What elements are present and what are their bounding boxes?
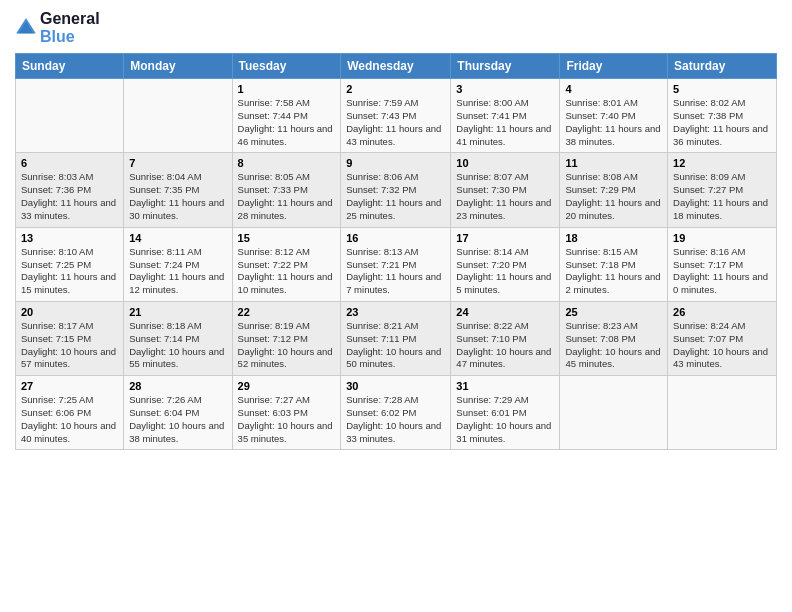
day-info: Sunrise: 7:27 AM Sunset: 6:03 PM Dayligh…: [238, 394, 336, 445]
day-number: 6: [21, 157, 118, 169]
calendar-table: SundayMondayTuesdayWednesdayThursdayFrid…: [15, 53, 777, 450]
day-info: Sunrise: 8:00 AM Sunset: 7:41 PM Dayligh…: [456, 97, 554, 148]
day-info: Sunrise: 8:05 AM Sunset: 7:33 PM Dayligh…: [238, 171, 336, 222]
day-number: 20: [21, 306, 118, 318]
calendar-week-3: 20Sunrise: 8:17 AM Sunset: 7:15 PM Dayli…: [16, 301, 777, 375]
calendar-cell: 7Sunrise: 8:04 AM Sunset: 7:35 PM Daylig…: [124, 153, 232, 227]
header: General Blue: [15, 10, 777, 45]
day-number: 11: [565, 157, 662, 169]
calendar-cell: 12Sunrise: 8:09 AM Sunset: 7:27 PM Dayli…: [668, 153, 777, 227]
calendar-cell: 1Sunrise: 7:58 AM Sunset: 7:44 PM Daylig…: [232, 79, 341, 153]
day-number: 29: [238, 380, 336, 392]
day-number: 22: [238, 306, 336, 318]
calendar-week-0: 1Sunrise: 7:58 AM Sunset: 7:44 PM Daylig…: [16, 79, 777, 153]
day-number: 23: [346, 306, 445, 318]
day-header-tuesday: Tuesday: [232, 54, 341, 79]
day-info: Sunrise: 7:59 AM Sunset: 7:43 PM Dayligh…: [346, 97, 445, 148]
day-info: Sunrise: 8:12 AM Sunset: 7:22 PM Dayligh…: [238, 246, 336, 297]
day-number: 19: [673, 232, 771, 244]
day-info: Sunrise: 8:04 AM Sunset: 7:35 PM Dayligh…: [129, 171, 226, 222]
day-info: Sunrise: 8:10 AM Sunset: 7:25 PM Dayligh…: [21, 246, 118, 297]
day-number: 30: [346, 380, 445, 392]
day-number: 3: [456, 83, 554, 95]
day-number: 21: [129, 306, 226, 318]
calendar-cell: 26Sunrise: 8:24 AM Sunset: 7:07 PM Dayli…: [668, 301, 777, 375]
day-header-friday: Friday: [560, 54, 668, 79]
day-header-thursday: Thursday: [451, 54, 560, 79]
calendar-cell: 6Sunrise: 8:03 AM Sunset: 7:36 PM Daylig…: [16, 153, 124, 227]
day-number: 15: [238, 232, 336, 244]
day-info: Sunrise: 8:09 AM Sunset: 7:27 PM Dayligh…: [673, 171, 771, 222]
day-number: 9: [346, 157, 445, 169]
day-info: Sunrise: 8:06 AM Sunset: 7:32 PM Dayligh…: [346, 171, 445, 222]
day-info: Sunrise: 7:29 AM Sunset: 6:01 PM Dayligh…: [456, 394, 554, 445]
calendar-cell: 29Sunrise: 7:27 AM Sunset: 6:03 PM Dayli…: [232, 376, 341, 450]
calendar-header-row: SundayMondayTuesdayWednesdayThursdayFrid…: [16, 54, 777, 79]
day-number: 13: [21, 232, 118, 244]
calendar-cell: 3Sunrise: 8:00 AM Sunset: 7:41 PM Daylig…: [451, 79, 560, 153]
day-info: Sunrise: 8:02 AM Sunset: 7:38 PM Dayligh…: [673, 97, 771, 148]
page: General Blue SundayMondayTuesdayWednesda…: [0, 0, 792, 612]
day-number: 28: [129, 380, 226, 392]
calendar-cell: 9Sunrise: 8:06 AM Sunset: 7:32 PM Daylig…: [341, 153, 451, 227]
day-info: Sunrise: 8:17 AM Sunset: 7:15 PM Dayligh…: [21, 320, 118, 371]
calendar-cell: 22Sunrise: 8:19 AM Sunset: 7:12 PM Dayli…: [232, 301, 341, 375]
day-header-sunday: Sunday: [16, 54, 124, 79]
day-info: Sunrise: 8:23 AM Sunset: 7:08 PM Dayligh…: [565, 320, 662, 371]
calendar-week-1: 6Sunrise: 8:03 AM Sunset: 7:36 PM Daylig…: [16, 153, 777, 227]
day-header-saturday: Saturday: [668, 54, 777, 79]
day-number: 17: [456, 232, 554, 244]
day-info: Sunrise: 8:18 AM Sunset: 7:14 PM Dayligh…: [129, 320, 226, 371]
day-info: Sunrise: 8:01 AM Sunset: 7:40 PM Dayligh…: [565, 97, 662, 148]
day-number: 26: [673, 306, 771, 318]
calendar-cell: 28Sunrise: 7:26 AM Sunset: 6:04 PM Dayli…: [124, 376, 232, 450]
calendar-cell: 30Sunrise: 7:28 AM Sunset: 6:02 PM Dayli…: [341, 376, 451, 450]
calendar-cell: 24Sunrise: 8:22 AM Sunset: 7:10 PM Dayli…: [451, 301, 560, 375]
day-info: Sunrise: 7:28 AM Sunset: 6:02 PM Dayligh…: [346, 394, 445, 445]
day-info: Sunrise: 8:22 AM Sunset: 7:10 PM Dayligh…: [456, 320, 554, 371]
calendar-cell: 25Sunrise: 8:23 AM Sunset: 7:08 PM Dayli…: [560, 301, 668, 375]
logo-blue: Blue: [40, 28, 100, 46]
day-number: 10: [456, 157, 554, 169]
calendar-cell: 23Sunrise: 8:21 AM Sunset: 7:11 PM Dayli…: [341, 301, 451, 375]
logo: General Blue: [15, 10, 100, 45]
calendar-cell: 2Sunrise: 7:59 AM Sunset: 7:43 PM Daylig…: [341, 79, 451, 153]
day-number: 31: [456, 380, 554, 392]
calendar-cell: 20Sunrise: 8:17 AM Sunset: 7:15 PM Dayli…: [16, 301, 124, 375]
day-info: Sunrise: 8:15 AM Sunset: 7:18 PM Dayligh…: [565, 246, 662, 297]
day-info: Sunrise: 8:19 AM Sunset: 7:12 PM Dayligh…: [238, 320, 336, 371]
day-info: Sunrise: 8:14 AM Sunset: 7:20 PM Dayligh…: [456, 246, 554, 297]
day-info: Sunrise: 8:11 AM Sunset: 7:24 PM Dayligh…: [129, 246, 226, 297]
calendar-cell: 17Sunrise: 8:14 AM Sunset: 7:20 PM Dayli…: [451, 227, 560, 301]
logo-icon: [15, 17, 37, 39]
day-number: 12: [673, 157, 771, 169]
day-info: Sunrise: 7:58 AM Sunset: 7:44 PM Dayligh…: [238, 97, 336, 148]
day-number: 24: [456, 306, 554, 318]
calendar-cell: 18Sunrise: 8:15 AM Sunset: 7:18 PM Dayli…: [560, 227, 668, 301]
day-number: 5: [673, 83, 771, 95]
day-info: Sunrise: 8:24 AM Sunset: 7:07 PM Dayligh…: [673, 320, 771, 371]
day-number: 4: [565, 83, 662, 95]
day-number: 18: [565, 232, 662, 244]
calendar-cell: 11Sunrise: 8:08 AM Sunset: 7:29 PM Dayli…: [560, 153, 668, 227]
calendar-cell: 21Sunrise: 8:18 AM Sunset: 7:14 PM Dayli…: [124, 301, 232, 375]
day-header-monday: Monday: [124, 54, 232, 79]
calendar-cell: [124, 79, 232, 153]
day-number: 16: [346, 232, 445, 244]
calendar-cell: 5Sunrise: 8:02 AM Sunset: 7:38 PM Daylig…: [668, 79, 777, 153]
calendar-cell: 8Sunrise: 8:05 AM Sunset: 7:33 PM Daylig…: [232, 153, 341, 227]
day-info: Sunrise: 7:26 AM Sunset: 6:04 PM Dayligh…: [129, 394, 226, 445]
calendar-cell: 13Sunrise: 8:10 AM Sunset: 7:25 PM Dayli…: [16, 227, 124, 301]
day-info: Sunrise: 8:07 AM Sunset: 7:30 PM Dayligh…: [456, 171, 554, 222]
day-number: 2: [346, 83, 445, 95]
day-info: Sunrise: 7:25 AM Sunset: 6:06 PM Dayligh…: [21, 394, 118, 445]
calendar-cell: 15Sunrise: 8:12 AM Sunset: 7:22 PM Dayli…: [232, 227, 341, 301]
calendar-cell: 16Sunrise: 8:13 AM Sunset: 7:21 PM Dayli…: [341, 227, 451, 301]
calendar-cell: [668, 376, 777, 450]
day-info: Sunrise: 8:13 AM Sunset: 7:21 PM Dayligh…: [346, 246, 445, 297]
calendar-cell: [16, 79, 124, 153]
calendar-cell: 14Sunrise: 8:11 AM Sunset: 7:24 PM Dayli…: [124, 227, 232, 301]
day-number: 14: [129, 232, 226, 244]
calendar-week-4: 27Sunrise: 7:25 AM Sunset: 6:06 PM Dayli…: [16, 376, 777, 450]
calendar-cell: [560, 376, 668, 450]
